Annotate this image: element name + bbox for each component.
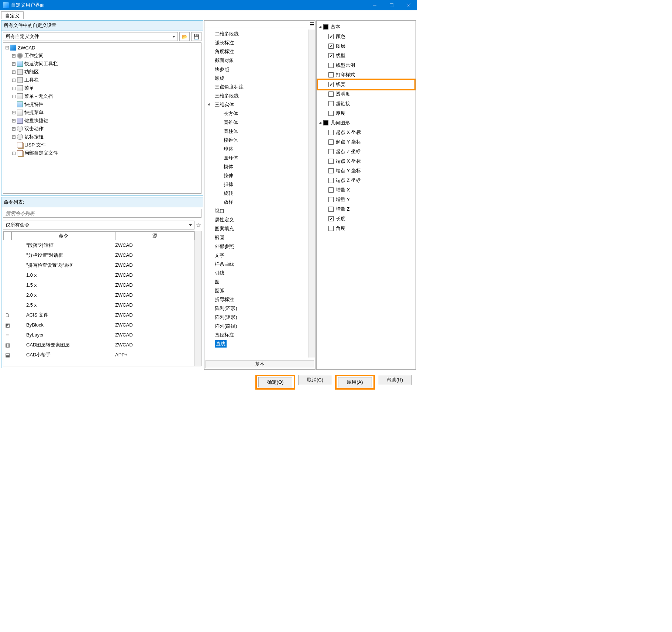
- object-type-item[interactable]: 直径标注: [204, 331, 309, 339]
- checkbox[interactable]: [328, 226, 334, 231]
- property-item[interactable]: 增量 Y: [317, 195, 415, 204]
- object-type-item[interactable]: 楔体: [204, 162, 309, 171]
- object-type-item[interactable]: 样条曲线: [204, 260, 309, 269]
- table-row[interactable]: ◩ByBlockZWCAD: [3, 320, 194, 330]
- checkbox[interactable]: [328, 207, 334, 212]
- close-button[interactable]: [400, 0, 417, 10]
- command-filter-dropdown[interactable]: 仅所有命令: [3, 221, 194, 229]
- property-item[interactable]: 线型: [317, 51, 415, 61]
- checkbox[interactable]: [328, 197, 334, 202]
- table-row[interactable]: 2.0 xZWCAD: [3, 290, 194, 300]
- object-type-item[interactable]: 三维多段线: [204, 91, 309, 100]
- object-type-item[interactable]: 长方体: [204, 109, 309, 118]
- tree-item[interactable]: +快速访问工具栏: [4, 60, 200, 68]
- checkbox[interactable]: [328, 91, 334, 97]
- expander-icon[interactable]: [12, 103, 15, 106]
- object-type-item[interactable]: 外部参照: [204, 242, 309, 251]
- object-type-item[interactable]: 直线: [204, 339, 309, 348]
- object-type-item[interactable]: 引线: [204, 269, 309, 277]
- open-button[interactable]: 📂: [179, 32, 190, 41]
- maximize-button[interactable]: [383, 0, 400, 10]
- table-row[interactable]: 1.5 xZWCAD: [3, 280, 194, 290]
- property-item[interactable]: 端点 Y 坐标: [317, 166, 415, 176]
- object-type-item[interactable]: 角度标注: [204, 47, 309, 56]
- object-type-item[interactable]: 阵列(矩形): [204, 313, 309, 322]
- expander-icon[interactable]: +: [12, 127, 15, 131]
- search-input[interactable]: [3, 209, 201, 218]
- object-type-item[interactable]: 图案填充: [204, 224, 309, 233]
- checkbox[interactable]: [328, 82, 334, 87]
- checkbox[interactable]: [328, 101, 334, 106]
- property-item[interactable]: 起点 X 坐标: [317, 128, 415, 137]
- expander-icon[interactable]: +: [12, 135, 15, 139]
- checkbox[interactable]: [328, 44, 334, 49]
- tree-item[interactable]: +快捷菜单: [4, 108, 200, 117]
- tree-item[interactable]: 快捷特性: [4, 100, 200, 108]
- object-type-item[interactable]: 阵列(环形): [204, 304, 309, 313]
- object-type-item[interactable]: 阵列(路径): [204, 322, 309, 331]
- checkbox[interactable]: [328, 178, 334, 183]
- object-type-item[interactable]: 圆弧: [204, 286, 309, 295]
- object-type-item[interactable]: 弧长标注: [204, 38, 309, 47]
- checkbox[interactable]: [328, 216, 334, 221]
- category-geometry[interactable]: 几何图形: [317, 118, 415, 128]
- object-type-item[interactable]: 三维实体: [204, 100, 309, 109]
- property-item[interactable]: 厚度: [317, 108, 415, 118]
- expander-icon[interactable]: +: [12, 79, 15, 82]
- property-item[interactable]: 透明度: [317, 89, 415, 99]
- expander-icon[interactable]: +: [12, 95, 15, 98]
- tree-item[interactable]: +菜单 - 无文档: [4, 92, 200, 100]
- scrollbar[interactable]: [194, 231, 201, 366]
- tree-item[interactable]: +工具栏: [4, 76, 200, 84]
- properties-icon[interactable]: ☰: [310, 21, 314, 27]
- checkbox[interactable]: [328, 72, 334, 77]
- col-source[interactable]: 源: [115, 231, 194, 240]
- object-type-item[interactable]: 文字: [204, 251, 309, 260]
- object-type-item[interactable]: 圆: [204, 277, 309, 286]
- checkbox[interactable]: [328, 187, 334, 193]
- property-item[interactable]: 角度: [317, 224, 415, 233]
- expander-icon[interactable]: +: [12, 70, 15, 74]
- tree-item[interactable]: +双击动作: [4, 125, 200, 133]
- favorite-icon[interactable]: ☆: [196, 221, 201, 229]
- checkbox[interactable]: [328, 63, 334, 68]
- object-type-item[interactable]: 视口: [204, 207, 309, 215]
- object-type-item[interactable]: 折弯标注: [204, 295, 309, 304]
- object-type-item[interactable]: 属性定义: [204, 215, 309, 224]
- object-type-item[interactable]: 圆柱体: [204, 127, 309, 136]
- object-type-item[interactable]: 截面对象: [204, 56, 309, 65]
- checkbox[interactable]: [328, 111, 334, 116]
- tree-item[interactable]: +局部自定义文件: [4, 149, 200, 157]
- table-row[interactable]: ≡ByLayerZWCAD: [3, 330, 194, 340]
- table-row[interactable]: 2.5 xZWCAD: [3, 300, 194, 310]
- property-item[interactable]: 起点 Y 坐标: [317, 137, 415, 147]
- property-item[interactable]: 起点 Z 坐标: [317, 147, 415, 156]
- property-item[interactable]: 超链接: [317, 99, 415, 108]
- mid-tab-basic[interactable]: 基本: [206, 360, 314, 368]
- object-type-item[interactable]: 放样: [204, 198, 309, 207]
- checkbox[interactable]: [328, 168, 334, 173]
- property-item[interactable]: 颜色: [317, 32, 415, 41]
- property-item[interactable]: 线型比例: [317, 61, 415, 70]
- object-type-item[interactable]: 旋转: [204, 189, 309, 198]
- expander-icon[interactable]: +: [12, 152, 15, 155]
- checkbox[interactable]: [328, 130, 334, 135]
- property-item[interactable]: 线宽: [317, 80, 415, 89]
- object-type-item[interactable]: 圆锥体: [204, 118, 309, 127]
- property-item[interactable]: 端点 Z 坐标: [317, 176, 415, 185]
- expander-icon[interactable]: +: [12, 87, 15, 90]
- table-row[interactable]: "分栏设置"对话框ZWCAD: [3, 250, 194, 260]
- checkbox[interactable]: [328, 149, 334, 154]
- table-row[interactable]: "拼写检查设置"对话框ZWCAD: [3, 260, 194, 270]
- tree-item[interactable]: +鼠标按钮: [4, 133, 200, 141]
- expander-icon[interactable]: +: [12, 111, 15, 114]
- category-basic[interactable]: 基本: [317, 22, 415, 32]
- property-item[interactable]: 长度: [317, 214, 415, 224]
- property-item[interactable]: 图层: [317, 41, 415, 51]
- expander-icon[interactable]: +: [12, 119, 15, 122]
- object-type-item[interactable]: 三点角度标注: [204, 83, 309, 91]
- table-row[interactable]: ▥CAD图层转要素图层ZWCAD: [3, 340, 194, 350]
- tree-item[interactable]: +菜单: [4, 84, 200, 92]
- customization-tree[interactable]: −ZWCAD +工作空间+快速访问工具栏+功能区+工具栏+菜单+菜单 - 无文档…: [3, 42, 201, 194]
- help-button[interactable]: 帮助(H): [378, 375, 412, 385]
